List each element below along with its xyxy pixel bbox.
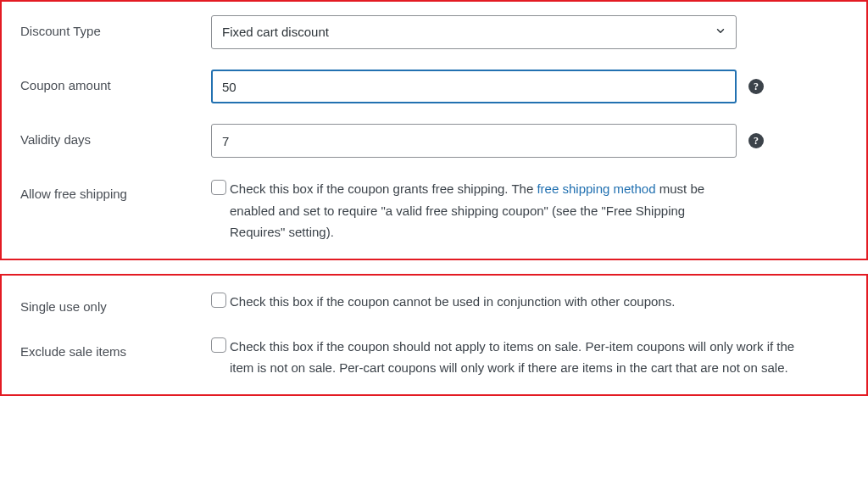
exclude-sale-control: Check this box if the coupon should not … [211,336,848,379]
coupon-amount-row: Coupon amount ? [20,70,848,103]
discount-type-select[interactable]: Fixed cart discount [211,15,737,49]
exclude-sale-description: Check this box if the coupon should not … [230,336,821,379]
exclude-sale-label: Exclude sale items [20,336,211,360]
single-use-checkbox[interactable] [211,293,226,308]
validity-days-label: Validity days [20,124,211,148]
restrictions-section: Single use only Check this box if the co… [0,274,868,396]
free-shipping-row: Allow free shipping Check this box if th… [20,178,848,243]
validity-days-control: ? [211,124,848,158]
free-shipping-method-link[interactable]: free shipping method [537,181,655,196]
exclude-sale-checkbox[interactable] [211,337,226,353]
free-shipping-checkbox[interactable] [211,180,226,195]
free-shipping-control: Check this box if the coupon grants free… [211,178,848,243]
help-icon[interactable]: ? [748,133,764,148]
coupon-amount-label: Coupon amount [20,70,211,94]
single-use-row: Single use only Check this box if the co… [20,291,848,315]
coupon-amount-control: ? [211,70,848,103]
validity-days-input[interactable] [211,124,737,158]
general-settings-section: Discount Type Fixed cart discount Coupon… [0,0,868,260]
single-use-control: Check this box if the coupon cannot be u… [211,291,848,313]
discount-type-row: Discount Type Fixed cart discount [20,15,848,49]
exclude-sale-row: Exclude sale items Check this box if the… [20,336,848,379]
discount-type-label: Discount Type [20,15,211,40]
single-use-description: Check this box if the coupon cannot be u… [230,291,821,313]
free-shipping-description: Check this box if the coupon grants free… [230,178,737,243]
discount-type-control: Fixed cart discount [211,15,848,49]
free-shipping-label: Allow free shipping [20,178,211,203]
coupon-amount-input[interactable] [211,70,737,103]
validity-days-row: Validity days ? [20,124,848,158]
help-icon[interactable]: ? [748,79,764,94]
single-use-label: Single use only [20,291,211,315]
